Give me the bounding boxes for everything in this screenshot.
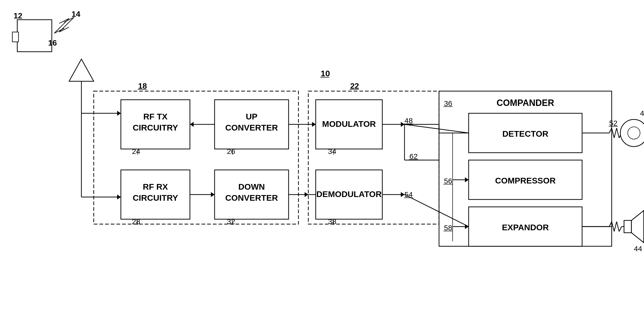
svg-point-69 bbox=[628, 127, 640, 139]
svg-rect-1 bbox=[17, 20, 52, 52]
compressor-label: COMPRESSOR bbox=[495, 176, 556, 185]
modulator-label: MODULATOR bbox=[322, 119, 376, 129]
label-32: 32 bbox=[227, 217, 235, 226]
label-38: 38 bbox=[328, 217, 336, 226]
compander-label: COMPANDER bbox=[496, 98, 554, 108]
rf-rx-label1: RF RX bbox=[143, 182, 168, 191]
label-16: 16 bbox=[48, 38, 57, 47]
detector-label: DETECTOR bbox=[502, 129, 548, 139]
down-converter-label2: CONVERTER bbox=[225, 193, 278, 202]
label-34: 34 bbox=[328, 147, 336, 156]
svg-rect-77 bbox=[624, 220, 632, 233]
label-62: 62 bbox=[410, 152, 418, 160]
rf-tx-label: RF TX bbox=[143, 112, 168, 121]
svg-rect-2 bbox=[12, 32, 18, 42]
label-44: 44 bbox=[634, 245, 642, 253]
expandor-label: EXPANDOR bbox=[502, 223, 549, 232]
label-24: 24 bbox=[132, 147, 140, 156]
label-54: 54 bbox=[404, 190, 413, 198]
label-56: 56 bbox=[444, 177, 452, 185]
rf-rx-label2: CIRCUITRY bbox=[133, 193, 178, 202]
label-42: 42 bbox=[640, 109, 644, 117]
label-36: 36 bbox=[444, 99, 452, 107]
label-58: 58 bbox=[444, 224, 452, 232]
label-18: 18 bbox=[138, 82, 147, 90]
up-converter-label2: CONVERTER bbox=[225, 123, 278, 132]
label-48: 48 bbox=[404, 117, 413, 125]
label-52: 52 bbox=[609, 119, 617, 127]
diagram-container: 12 14 16 18 RF TX CIRCUITRY 24 UP CONVER… bbox=[0, 0, 644, 314]
rf-tx-label2: CIRCUITRY bbox=[133, 123, 178, 132]
label-22: 22 bbox=[350, 82, 359, 90]
up-converter-label1: UP bbox=[246, 112, 257, 121]
down-converter-label1: DOWN bbox=[238, 182, 265, 191]
label-28: 28 bbox=[132, 217, 140, 226]
label-26: 26 bbox=[227, 147, 235, 156]
label-10: 10 bbox=[321, 69, 330, 78]
label-12: 12 bbox=[14, 11, 22, 20]
demodulator-label: DEMODULATOR bbox=[316, 189, 382, 199]
label-14: 14 bbox=[72, 9, 80, 18]
